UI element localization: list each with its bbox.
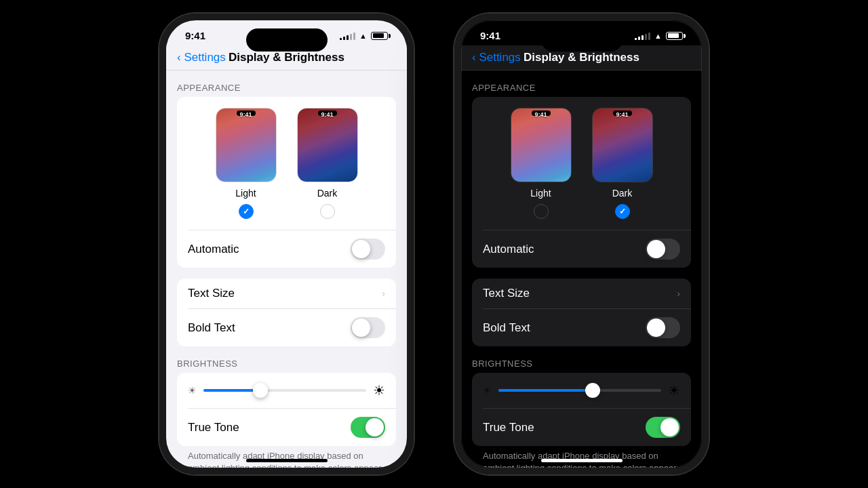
bold-text-label: Bold Text [483,321,530,335]
appearance-group: 9:41Light9:41DarkAutomatic [472,97,691,268]
appearance-label-dark: Dark [612,188,633,199]
appearance-label-light: Light [235,188,256,199]
appearance-radio-dark[interactable] [320,204,335,219]
brightness-row[interactable]: ☀☀ [472,373,691,408]
bold-text-row[interactable]: Bold Text [177,309,396,346]
dynamic-island [246,28,328,52]
automatic-toggle[interactable] [351,239,385,260]
status-time: 9:41 [185,30,205,41]
appearance-section-header: APPEARANCE [166,70,407,97]
status-icons: ▲ [340,32,388,40]
nav-title: Display & Brightness [229,51,344,64]
brightness-section-header: BRIGHTNESS [166,346,407,373]
appearance-radio-light[interactable] [534,204,549,219]
home-indicator [541,459,623,462]
bold-text-toggle[interactable] [646,317,680,338]
true-tone-row[interactable]: True Tone [177,409,396,446]
screen[interactable]: 9:41▲‹ SettingsDisplay & BrightnessAPPEA… [461,20,702,468]
true-tone-toggle[interactable] [351,417,385,438]
brightness-low-icon: ☀ [188,385,197,396]
nav-back-button[interactable]: ‹ Settings [177,51,226,64]
brightness-high-icon: ☀ [668,382,680,399]
wifi-icon: ▲ [359,32,367,40]
battery-icon [666,32,683,40]
text-settings-group: Text Size›Bold Text [472,279,691,346]
signal-icon [340,32,355,40]
appearance-radio-light[interactable] [239,204,254,219]
true-tone-label: True Tone [483,421,534,434]
bold-text-row[interactable]: Bold Text [472,309,691,346]
appearance-radio-dark[interactable] [615,204,630,219]
brightness-slider-track[interactable] [498,389,661,392]
text-size-row[interactable]: Text Size› [472,279,691,308]
text-size-chevron: › [382,288,385,299]
bold-text-label: Bold Text [188,321,235,335]
brightness-section-header: BRIGHTNESS [461,346,702,373]
wifi-icon: ▲ [654,32,662,40]
appearance-thumb-light: 9:41 [216,108,277,182]
brightness-group: ☀☀True Tone [472,373,691,446]
signal-icon [635,32,650,40]
nav-back-button[interactable]: ‹ Settings [472,51,521,64]
battery-icon [371,32,388,40]
automatic-row[interactable]: Automatic [472,230,691,268]
true-tone-toggle[interactable] [646,417,680,438]
brightness-group: ☀☀True Tone [177,373,396,446]
brightness-slider-track[interactable] [203,389,366,392]
true-tone-row[interactable]: True Tone [472,409,691,446]
appearance-label-light: Light [530,188,551,199]
text-size-label: Text Size [188,287,235,300]
appearance-thumb-light: 9:41 [511,108,572,182]
status-time: 9:41 [480,30,500,41]
bold-text-toggle[interactable] [351,317,385,338]
automatic-label: Automatic [188,243,239,256]
automatic-row[interactable]: Automatic [177,230,396,268]
text-size-row[interactable]: Text Size› [177,279,396,308]
status-icons: ▲ [635,32,683,40]
dynamic-island [541,28,623,52]
brightness-slider-thumb[interactable] [253,383,268,398]
text-size-chevron: › [677,288,680,299]
appearance-option-light[interactable]: 9:41Light [216,108,277,219]
appearance-option-light[interactable]: 9:41Light [511,108,572,219]
phone-dark: 9:41▲‹ SettingsDisplay & BrightnessAPPEA… [454,14,709,474]
brightness-row[interactable]: ☀☀ [177,373,396,408]
nav-title: Display & Brightness [524,51,639,64]
appearance-thumb-dark: 9:41 [297,108,358,182]
brightness-low-icon: ☀ [483,385,492,396]
appearance-option-dark[interactable]: 9:41Dark [297,108,358,219]
brightness-slider-thumb[interactable] [585,383,600,398]
text-size-label: Text Size [483,287,530,300]
phones-container: 9:41▲‹ SettingsDisplay & BrightnessAPPEA… [159,14,709,474]
true-tone-description: Automatically adapt iPhone display based… [166,446,407,468]
appearance-options-row: 9:41Light9:41Dark [472,97,691,230]
appearance-label-dark: Dark [317,188,338,199]
appearance-options-row: 9:41Light9:41Dark [177,97,396,230]
appearance-option-dark[interactable]: 9:41Dark [592,108,653,219]
home-indicator [246,459,328,462]
brightness-high-icon: ☀ [373,382,385,399]
automatic-toggle[interactable] [646,239,680,260]
true-tone-description: Automatically adapt iPhone display based… [461,446,702,468]
appearance-group: 9:41Light9:41DarkAutomatic [177,97,396,268]
appearance-thumb-dark: 9:41 [592,108,653,182]
automatic-label: Automatic [483,243,534,256]
phone-light: 9:41▲‹ SettingsDisplay & BrightnessAPPEA… [159,14,414,474]
true-tone-label: True Tone [188,421,239,434]
screen[interactable]: 9:41▲‹ SettingsDisplay & BrightnessAPPEA… [166,20,407,468]
text-settings-group: Text Size›Bold Text [177,279,396,346]
appearance-section-header: APPEARANCE [461,70,702,97]
